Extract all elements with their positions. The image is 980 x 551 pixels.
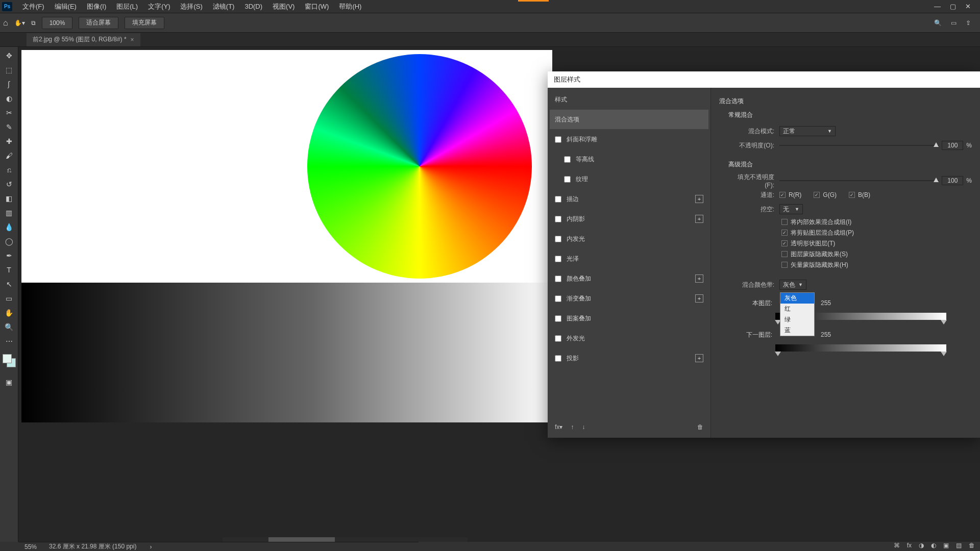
- style-contour[interactable]: 等高线: [550, 149, 708, 169]
- dropdown-option-blue[interactable]: 蓝: [780, 325, 814, 336]
- window-close[interactable]: ✕: [965, 3, 971, 10]
- under-layer-gradient[interactable]: [775, 344, 946, 352]
- zoom-tool-icon[interactable]: 🔍: [2, 320, 16, 334]
- style-patoverlay-check[interactable]: [555, 315, 561, 322]
- style-gradient-overlay[interactable]: 渐变叠加+: [550, 289, 708, 308]
- under-black-handle[interactable]: [775, 352, 781, 356]
- history-brush-icon[interactable]: ↺: [2, 178, 16, 191]
- fx-footer-icon[interactable]: fx: [907, 542, 912, 549]
- style-outerglow-check[interactable]: [555, 335, 561, 342]
- clipped-layers-check[interactable]: [781, 230, 788, 236]
- style-texture-check[interactable]: [564, 176, 571, 183]
- menu-3d[interactable]: 3D(D): [239, 0, 267, 13]
- link-icon[interactable]: ⌘: [894, 542, 900, 549]
- fit-screen-button[interactable]: 适合屏幕: [79, 17, 118, 29]
- dropdown-option-gray[interactable]: 灰色: [780, 293, 814, 304]
- this-white-handle[interactable]: [941, 320, 947, 324]
- blending-options-row[interactable]: 混合选项: [550, 110, 708, 129]
- style-color-overlay[interactable]: 颜色叠加+: [550, 269, 708, 288]
- opacity-slider[interactable]: [779, 145, 939, 146]
- adjust-icon[interactable]: ◐: [931, 542, 936, 549]
- marquee-tool-icon[interactable]: ⬚: [2, 63, 16, 77]
- style-dropshadow-check[interactable]: [555, 355, 561, 362]
- style-inner-glow[interactable]: 内发光: [550, 229, 708, 248]
- interior-effects-check[interactable]: [781, 219, 788, 225]
- menu-help[interactable]: 帮助(H): [334, 0, 366, 13]
- gradient-tool-icon[interactable]: ▥: [2, 206, 16, 219]
- type-tool-icon[interactable]: T: [2, 263, 16, 277]
- window-maximize[interactable]: ▢: [950, 3, 956, 10]
- style-coloroverlay-check[interactable]: [555, 276, 561, 282]
- add-stroke-icon[interactable]: +: [695, 195, 703, 203]
- vectormask-hide-check[interactable]: [781, 262, 788, 268]
- menu-window[interactable]: 窗口(W): [300, 0, 334, 13]
- layermask-hide-check[interactable]: [781, 251, 788, 257]
- style-drop-shadow[interactable]: 投影+: [550, 348, 708, 368]
- style-innershadow-check[interactable]: [555, 216, 561, 222]
- search-icon[interactable]: 🔍: [934, 19, 942, 27]
- status-doc-info[interactable]: 32.6 厘米 x 21.98 厘米 (150 ppi): [49, 542, 136, 551]
- under-white-handle[interactable]: [941, 352, 947, 356]
- style-innerglow-check[interactable]: [555, 236, 561, 242]
- channel-r-check[interactable]: [779, 192, 786, 198]
- add-coloroverlay-icon[interactable]: +: [695, 274, 703, 283]
- transparency-shapes-check[interactable]: [781, 240, 788, 246]
- style-pattern-overlay[interactable]: 图案叠加: [550, 309, 708, 328]
- blend-mode-select[interactable]: 正常▼: [779, 126, 836, 136]
- menu-edit[interactable]: 编辑(E): [50, 0, 82, 13]
- fx-icon[interactable]: fx▾: [555, 423, 562, 431]
- path-tool-icon[interactable]: ↖: [2, 278, 16, 291]
- dodge-tool-icon[interactable]: ◯: [2, 235, 16, 248]
- new-layer-icon[interactable]: ▤: [956, 542, 962, 549]
- tab-close-icon[interactable]: ×: [131, 36, 134, 43]
- edit-toolbar-icon[interactable]: ⋯: [2, 335, 16, 348]
- workspace-icon[interactable]: ▭: [951, 19, 957, 27]
- share-icon[interactable]: ⇪: [966, 19, 971, 27]
- add-innershadow-icon[interactable]: +: [695, 215, 703, 223]
- knockout-select[interactable]: 无▼: [779, 204, 803, 214]
- channel-g-check[interactable]: [814, 192, 820, 198]
- home-icon[interactable]: ⌂: [3, 18, 8, 28]
- window-minimize[interactable]: —: [934, 3, 941, 10]
- mask-icon[interactable]: ◑: [919, 542, 924, 549]
- style-stroke[interactable]: 描边+: [550, 189, 708, 209]
- canvas-scrollbar-horizontal[interactable]: [223, 537, 468, 542]
- style-contour-check[interactable]: [564, 156, 571, 163]
- quickselect-tool-icon[interactable]: ◐: [2, 92, 16, 105]
- hand-tool-icon[interactable]: ✋: [2, 306, 16, 319]
- style-inner-shadow[interactable]: 内阴影+: [550, 209, 708, 229]
- group-icon[interactable]: ▣: [943, 542, 949, 549]
- eyedropper-tool-icon[interactable]: ✎: [2, 120, 16, 134]
- menu-type[interactable]: 文字(Y): [143, 0, 175, 13]
- crop-tool-icon[interactable]: ✂: [2, 106, 16, 119]
- style-satin-check[interactable]: [555, 256, 561, 262]
- style-bevel-check[interactable]: [555, 136, 561, 143]
- scroll-all-icon[interactable]: ⧉: [31, 19, 36, 27]
- fill-screen-button[interactable]: 填充屏幕: [125, 17, 164, 29]
- menu-filter[interactable]: 滤镜(T): [208, 0, 240, 13]
- style-satin[interactable]: 光泽: [550, 249, 708, 268]
- quickmask-icon[interactable]: ▣: [2, 375, 16, 389]
- move-up-icon[interactable]: ↑: [571, 423, 574, 431]
- hand-tool-icon[interactable]: ✋▾: [14, 19, 25, 27]
- blendif-dropdown[interactable]: 灰色 红 绿 蓝: [780, 292, 815, 336]
- menu-layer[interactable]: 图层(L): [111, 0, 143, 13]
- status-more-icon[interactable]: ›: [150, 543, 152, 550]
- pen-tool-icon[interactable]: ✒: [2, 249, 16, 262]
- fill-opacity-value[interactable]: 100: [942, 176, 963, 185]
- menu-file[interactable]: 文件(F): [17, 0, 50, 13]
- style-texture[interactable]: 纹理: [550, 169, 708, 189]
- style-stroke-check[interactable]: [555, 196, 561, 203]
- blendif-select[interactable]: 灰色▼ 灰色 红 绿 蓝: [779, 280, 806, 290]
- style-bevel[interactable]: 斜面和浮雕: [550, 130, 708, 149]
- delete-icon[interactable]: 🗑: [969, 542, 975, 549]
- trash-icon[interactable]: 🗑: [697, 423, 703, 431]
- dropdown-option-red[interactable]: 红: [780, 304, 814, 314]
- status-zoom[interactable]: 55%: [24, 543, 37, 550]
- move-down-icon[interactable]: ↓: [582, 423, 585, 431]
- shape-tool-icon[interactable]: ▭: [2, 292, 16, 305]
- dropdown-option-green[interactable]: 绿: [780, 314, 814, 325]
- styles-header[interactable]: 样式: [550, 90, 708, 109]
- lasso-tool-icon[interactable]: ʃ: [2, 78, 16, 91]
- channel-b-check[interactable]: [849, 192, 855, 198]
